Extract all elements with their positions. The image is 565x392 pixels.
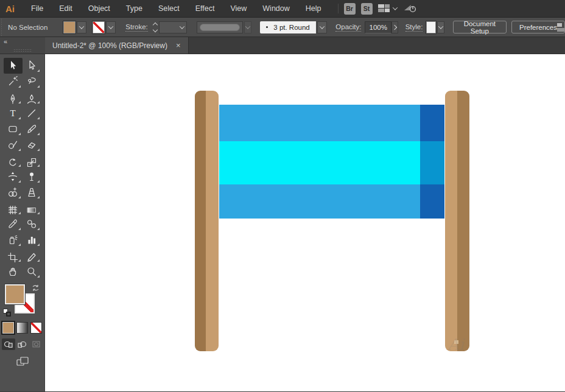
draw-inside-button[interactable]: [30, 338, 43, 350]
rectangle-tool[interactable]: [4, 121, 23, 137]
brush-preset-value: 3 pt. Round: [273, 24, 309, 31]
brush-preset-dropdown[interactable]: [317, 21, 327, 33]
illustrator-window: Ai File Edit Object Type Select Effect V…: [0, 0, 565, 392]
stroke-weight-stepper[interactable]: [153, 23, 157, 32]
stroke-color-dropdown[interactable]: [106, 21, 116, 33]
rotate-tool[interactable]: [4, 156, 23, 169]
line-segment-tool[interactable]: [23, 105, 41, 121]
pen-tool[interactable]: [4, 93, 23, 105]
opacity-input[interactable]: 100%: [365, 21, 391, 33]
fill-color-dropdown[interactable]: [77, 21, 86, 33]
control-bar: No Selection Stroke: 3 pt. Round Op: [0, 18, 565, 37]
style-label[interactable]: Style:: [405, 23, 423, 32]
shape-builder-tool[interactable]: [4, 184, 23, 200]
magic-wand-tool[interactable]: [4, 74, 23, 89]
perspective-grid-tool[interactable]: [23, 184, 41, 200]
gradient-tool[interactable]: [23, 203, 41, 216]
watermark: Ai: [447, 335, 464, 354]
banner-stripe-bottom-end[interactable]: [420, 184, 444, 219]
fill-indicator[interactable]: [5, 284, 25, 304]
type-tool[interactable]: T: [4, 105, 23, 121]
lasso-tool[interactable]: [23, 74, 41, 89]
direct-selection-tool[interactable]: [23, 58, 41, 74]
puppet-warp-tool[interactable]: [23, 169, 41, 184]
tools-grid: T: [0, 54, 44, 279]
banner-stripe-top[interactable]: [219, 105, 444, 141]
width-profile-preview: [200, 24, 240, 31]
banner-stripe-middle-end[interactable]: [420, 141, 444, 184]
bridge-button[interactable]: Br: [344, 3, 356, 15]
chevron-down-icon: [392, 5, 397, 10]
slice-tool[interactable]: [23, 251, 41, 264]
fill-stroke-indicator: [0, 283, 44, 318]
stroke-color-swatch[interactable]: [93, 21, 105, 33]
banner-stripe-bottom[interactable]: [219, 184, 444, 219]
brush-dot-icon: [266, 26, 268, 28]
menu-object[interactable]: Object: [80, 4, 118, 13]
banner-stripe-middle[interactable]: [219, 141, 444, 184]
stroke-profile-dropdown[interactable]: [244, 21, 251, 33]
app-launcher-icon[interactable]: [402, 2, 418, 15]
menubar: Ai File Edit Object Type Select Effect V…: [0, 0, 565, 18]
opacity-label[interactable]: Opacity:: [335, 23, 361, 32]
right-post[interactable]: [445, 91, 469, 351]
menu-effect[interactable]: Effect: [188, 4, 223, 13]
zoom-tool[interactable]: [23, 264, 41, 279]
draw-normal-button[interactable]: [2, 338, 15, 350]
menu-file[interactable]: File: [23, 4, 51, 13]
selection-status: No Selection: [8, 24, 47, 31]
opacity-arrow-button[interactable]: [391, 21, 398, 33]
menu-view[interactable]: View: [222, 4, 254, 13]
document-setup-button[interactable]: Document Setup: [453, 21, 507, 33]
menu-help[interactable]: Help: [298, 4, 329, 13]
banner-stripe-top-end[interactable]: [420, 105, 444, 141]
selection-tool[interactable]: [4, 58, 23, 74]
menu-window[interactable]: Window: [254, 4, 297, 13]
workspace-switcher-icon[interactable]: [378, 4, 397, 13]
menu-type[interactable]: Type: [118, 4, 150, 13]
paintbrush-tool[interactable]: [23, 121, 41, 137]
fill-color-swatch[interactable]: [63, 21, 75, 33]
curvature-tool[interactable]: [23, 93, 41, 105]
brush-preset-select[interactable]: 3 pt. Round: [260, 21, 316, 33]
style-swatch[interactable]: [426, 21, 435, 33]
screen-mode-button[interactable]: [15, 356, 30, 367]
collapse-toolbar-button[interactable]: «: [4, 38, 8, 45]
swap-fill-stroke-icon[interactable]: [32, 284, 40, 292]
toolbar-grip[interactable]: [13, 49, 32, 52]
eyedropper-tool[interactable]: [4, 216, 23, 232]
controlbar-grip[interactable]: [0, 18, 3, 37]
app-logo: Ai: [0, 4, 23, 14]
default-fill-stroke-icon[interactable]: [3, 309, 11, 317]
draw-behind-button[interactable]: [16, 338, 29, 350]
stroke-weight-select[interactable]: [159, 21, 187, 33]
menu-select[interactable]: Select: [150, 4, 188, 13]
hand-tool[interactable]: [4, 264, 23, 279]
close-tab-icon[interactable]: ×: [176, 41, 181, 50]
stroke-label[interactable]: Stroke:: [125, 23, 147, 32]
artboard-canvas[interactable]: Ai: [45, 54, 565, 391]
scale-tool[interactable]: [23, 156, 41, 169]
eraser-tool[interactable]: [23, 137, 41, 153]
stroke-profile-select[interactable]: [197, 21, 243, 33]
blend-tool[interactable]: [23, 216, 41, 232]
symbol-sprayer-tool[interactable]: [4, 232, 23, 248]
menu-edit[interactable]: Edit: [51, 4, 80, 13]
style-dropdown[interactable]: [437, 21, 444, 33]
stock-button[interactable]: St: [361, 3, 373, 15]
paint-style-row: [0, 322, 44, 334]
none-button[interactable]: [30, 322, 42, 334]
shaper-tool[interactable]: [4, 137, 23, 153]
column-graph-tool[interactable]: [23, 232, 41, 248]
gradient-button[interactable]: [16, 322, 28, 334]
left-post[interactable]: [195, 91, 219, 351]
artboard-tool[interactable]: [4, 251, 23, 264]
mesh-tool[interactable]: [4, 203, 23, 216]
document-tab[interactable]: Untitled-2* @ 100% (RGB/Preview) ×: [45, 37, 189, 54]
align-panel-icon[interactable]: [556, 23, 565, 32]
width-tool[interactable]: [4, 169, 23, 184]
document-tab-title: Untitled-2* @ 100% (RGB/Preview): [52, 41, 167, 50]
type-glyph: T: [10, 108, 15, 118]
color-button[interactable]: [2, 322, 14, 334]
main-menu: File Edit Object Type Select Effect View…: [23, 4, 329, 13]
